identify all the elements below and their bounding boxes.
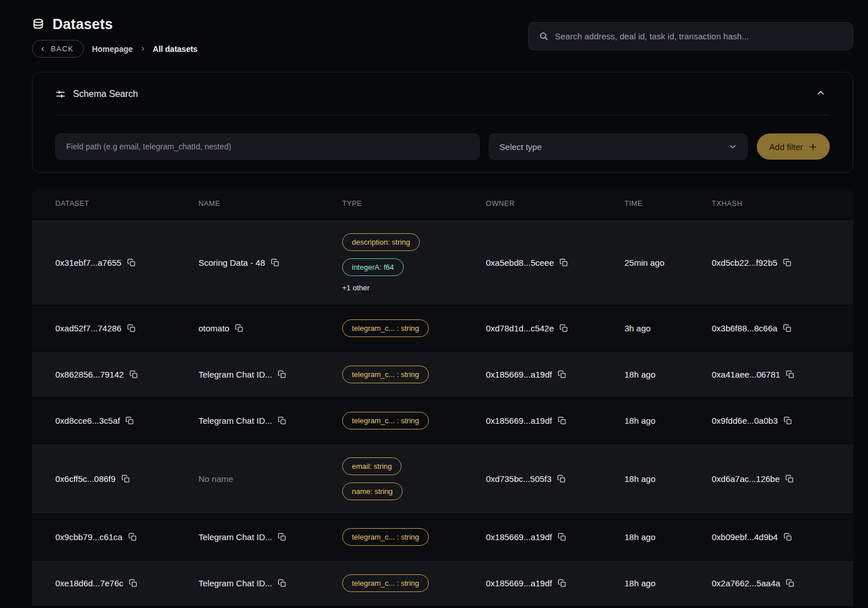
copy-icon[interactable] (784, 416, 792, 425)
dataset-hash: 0xe18d6d...7e76c (55, 578, 123, 588)
copy-icon[interactable] (121, 475, 130, 483)
search-input[interactable] (555, 31, 842, 41)
type-badge: telegram_c... : string (342, 412, 429, 429)
table-row[interactable]: 0x9cbb79...c61ca Telegram Chat ID... tel… (32, 513, 853, 560)
owner-hash: 0xd735bc...505f3 (486, 474, 551, 484)
txhash: 0xa41aee...06781 (712, 370, 780, 379)
table-row[interactable]: 0x862856...79142 Telegram Chat ID... tel… (32, 351, 853, 397)
topbar: Datasets BACK Homepage All datasets (32, 16, 853, 58)
dataset-hash: 0xd8cce6...3c5af (55, 416, 120, 425)
txhash: 0x2a7662...5aa4a (712, 578, 780, 588)
copy-icon[interactable] (785, 475, 794, 483)
panel-title: Schema Search (73, 89, 138, 99)
owner-hash: 0x185669...a19df (486, 532, 552, 542)
time-label: 18h ago (624, 416, 655, 425)
dataset-hash: 0x6cff5c...086f9 (55, 474, 116, 484)
copy-icon[interactable] (278, 579, 286, 587)
owner-hash: 0x185669...a19df (486, 578, 552, 588)
copy-icon[interactable] (129, 579, 137, 587)
dataset-hash: 0x31ebf7...a7655 (55, 258, 121, 267)
field-path-input[interactable] (55, 133, 480, 160)
dataset-hash: 0x9cbb79...c61ca (55, 532, 123, 542)
chevron-up-icon (816, 88, 825, 98)
copy-icon[interactable] (786, 370, 794, 379)
copy-icon[interactable] (235, 324, 244, 333)
column-header-name: NAME (198, 200, 342, 208)
owner-hash: 0xd78d1d...c542e (486, 323, 554, 333)
schema-search-panel: Schema Search Select type Add filter (32, 72, 853, 173)
type-badge: telegram_c... : string (342, 319, 429, 337)
type-badge: description: string (342, 233, 420, 251)
copy-icon[interactable] (559, 258, 568, 267)
table-row[interactable]: 0x6cff5c...086f9 No name email: string n… (32, 443, 853, 513)
copy-icon[interactable] (278, 416, 286, 425)
add-filter-button[interactable]: Add filter (757, 133, 830, 160)
time-label: 18h ago (624, 474, 655, 484)
panel-divider (55, 115, 830, 115)
time-label: 18h ago (624, 578, 655, 588)
type-select[interactable]: Select type (489, 133, 748, 160)
column-header-dataset: DATASET (55, 200, 198, 208)
copy-icon[interactable] (558, 416, 566, 425)
breadcrumb-homepage[interactable]: Homepage (92, 44, 133, 54)
time-label: 25min ago (624, 258, 664, 267)
breadcrumb-current: All datasets (153, 44, 198, 54)
copy-icon[interactable] (127, 258, 136, 267)
database-icon (32, 18, 44, 31)
owner-hash: 0x185669...a19df (486, 416, 552, 425)
table-row[interactable]: 0xad52f7...74286 otomato telegram_c... :… (32, 305, 853, 351)
table-header-row: DATASET NAME TYPE OWNER TIME TXHASH (32, 188, 853, 219)
type-badge: telegram_c... : string (342, 366, 429, 383)
global-search-bar[interactable] (528, 22, 853, 50)
copy-icon[interactable] (278, 533, 286, 541)
copy-icon[interactable] (271, 258, 279, 267)
owner-hash: 0x185669...a19df (486, 370, 552, 379)
dataset-name: No name (198, 474, 233, 484)
type-badge: email: string (342, 457, 401, 475)
copy-icon[interactable] (784, 533, 792, 541)
copy-icon[interactable] (129, 370, 138, 379)
copy-icon[interactable] (558, 533, 566, 541)
title-area: Datasets BACK Homepage All datasets (32, 16, 197, 58)
type-badge: name: string (342, 483, 403, 500)
copy-icon[interactable] (786, 579, 794, 587)
more-types-label: +1 other (342, 283, 370, 292)
chevron-left-icon (40, 46, 46, 52)
txhash: 0xd5cb22...f92b5 (712, 258, 777, 267)
copy-icon[interactable] (558, 370, 566, 379)
txhash: 0x9fdd6e...0a0b3 (712, 416, 778, 425)
datasets-page: Datasets BACK Homepage All datasets (0, 0, 868, 606)
copy-icon[interactable] (127, 324, 136, 333)
type-badge: integerA: f64 (342, 258, 404, 276)
type-badge: telegram_c... : string (342, 528, 429, 546)
column-header-type: TYPE (342, 200, 486, 208)
breadcrumb: Homepage All datasets (92, 44, 197, 54)
copy-icon[interactable] (559, 324, 568, 333)
dataset-hash: 0xad52f7...74286 (55, 323, 121, 333)
copy-icon[interactable] (783, 324, 792, 333)
dataset-name: Telegram Chat ID... (198, 370, 272, 379)
datasets-table: DATASET NAME TYPE OWNER TIME TXHASH 0x31… (32, 188, 853, 606)
table-row[interactable]: 0xd8cce6...3c5af Telegram Chat ID... tel… (32, 397, 853, 443)
time-label: 3h ago (624, 323, 651, 333)
collapse-panel-button[interactable] (814, 86, 828, 102)
txhash: 0xd6a7ac...126be (712, 474, 780, 484)
table-row[interactable]: 0x31ebf7...a7655 Scoring Data - 48 descr… (32, 219, 853, 305)
dataset-name: otomato (198, 323, 229, 333)
txhash: 0xb09ebf...4d9b4 (712, 532, 778, 542)
copy-icon[interactable] (128, 533, 137, 541)
column-header-time: TIME (624, 200, 712, 208)
sliders-icon (55, 89, 66, 99)
copy-icon[interactable] (278, 370, 286, 379)
copy-icon[interactable] (783, 258, 792, 267)
back-label: BACK (51, 44, 74, 53)
copy-icon[interactable] (558, 579, 566, 587)
type-select-value: Select type (500, 142, 542, 152)
back-button[interactable]: BACK (32, 40, 84, 58)
type-badge: telegram_c... : string (342, 574, 429, 592)
copy-icon[interactable] (557, 475, 566, 483)
table-row[interactable]: 0xe18d6d...7e76c Telegram Chat ID... tel… (32, 560, 853, 606)
time-label: 18h ago (624, 370, 655, 379)
column-header-txhash: TXHASH (712, 200, 844, 208)
copy-icon[interactable] (125, 416, 134, 425)
